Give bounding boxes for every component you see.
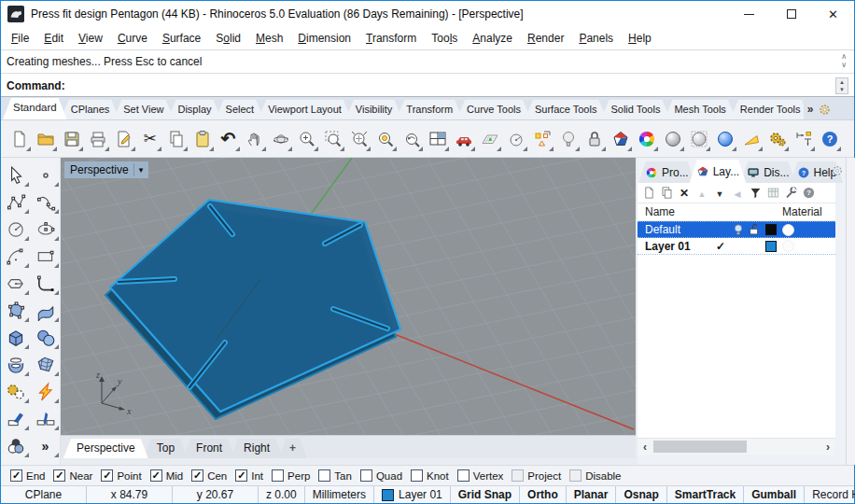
status-pane[interactable]: Grid Snap [451,486,520,503]
toolbar-button[interactable]: ✂ [138,125,161,153]
close-button[interactable]: ✕ [812,1,854,27]
layer-material-icon[interactable] [782,240,794,252]
layer-color-swatch[interactable] [765,241,777,252]
viewport-perspective[interactable]: z y x Perspective ▾ [61,158,636,435]
sidebar-tool[interactable]: » [32,433,59,459]
menu-item[interactable]: Surface [155,29,208,48]
toolbar-button[interactable] [112,125,135,153]
layer-lock-icon[interactable] [748,223,761,236]
sidebar-tool[interactable] [32,298,59,324]
osnap-option[interactable]: ✓ Vertex [457,469,504,482]
osnap-option[interactable]: ✓ Mid [150,469,184,482]
toolbar-tab[interactable]: Curve Tools [456,100,531,119]
osnap-option[interactable]: ✓ Cen [191,469,227,482]
checkbox[interactable]: ✓ [101,469,113,482]
viewport-tab[interactable]: Right [231,439,283,458]
toolbar-button[interactable] [582,125,606,153]
checkbox[interactable]: ✓ [512,469,524,482]
menu-item[interactable]: Analyze [465,29,520,48]
column-name[interactable]: Name [645,205,675,218]
toolbar-tab[interactable]: Set View [113,100,174,119]
tab-overflow-button[interactable]: » [807,103,814,116]
layers-toolbar-button[interactable] [764,184,781,202]
viewport-title[interactable]: Perspective ▾ [64,161,148,178]
osnap-option[interactable]: ✓ Int [235,469,263,482]
toolbar-tab[interactable]: Solid Tools [600,100,670,119]
layer-material-icon[interactable] [782,224,794,236]
layers-toolbar-button[interactable]: ▲ [694,184,710,202]
toolbar-button[interactable] [765,125,789,153]
status-pane[interactable]: Gumball [744,486,805,503]
toolbar-button[interactable] [7,125,31,153]
menu-item[interactable]: Dimension [290,29,358,48]
layer-row[interactable]: Layer 01 ✓ [638,238,835,255]
status-pane[interactable]: SmartTrack [667,486,744,503]
menu-item[interactable]: File [4,29,36,48]
menu-item[interactable]: Mesh [248,29,290,48]
command-history-scrollbar[interactable]: ∧∨ [841,53,848,70]
status-pane[interactable]: z 0.00 [259,486,305,503]
layers-toolbar-button[interactable]: ✕ [676,184,693,202]
toolbar-button[interactable] [713,125,736,153]
toolbar-button[interactable] [739,125,763,153]
toolbar-button[interactable] [86,125,109,153]
menu-item[interactable]: View [71,29,110,48]
toolbar-button[interactable] [530,125,554,153]
toolbar-button[interactable] [190,125,214,153]
layers-toolbar-button[interactable] [640,184,657,202]
toolbar-tab[interactable]: CPlanes [61,100,120,119]
panel-tab[interactable]: Dis... [740,161,795,183]
checkbox[interactable]: ✓ [457,469,470,482]
checkbox[interactable]: ✓ [411,469,423,482]
layer-name[interactable]: Layer 01 [638,240,691,253]
layers-toolbar-button[interactable] [747,184,764,202]
toolbar-tab[interactable]: Display [167,100,221,119]
sidebar-tool[interactable] [32,271,59,297]
toolbar-tab[interactable]: Surface Tools [525,100,607,119]
toolbar-tab[interactable]: Mesh Tools [664,100,736,119]
toolbar-tab[interactable]: Select [216,100,265,119]
checkbox[interactable]: ✓ [53,469,65,482]
osnap-option[interactable]: ✓ End [10,469,45,482]
checkbox[interactable]: ✓ [360,469,372,482]
sidebar-tool[interactable] [32,352,59,378]
layers-toolbar-button[interactable]: ◀ [729,184,746,202]
viewport-tab[interactable]: Perspective [63,439,148,458]
command-input[interactable]: Command: ▲▼ [1,74,854,97]
maximize-button[interactable] [770,1,812,27]
sidebar-tool[interactable] [2,298,29,324]
sidebar-tool[interactable] [32,379,59,405]
layer-row[interactable]: Default ✓ [638,221,835,238]
layer-visibility-bulb-icon[interactable] [732,223,745,236]
status-pane[interactable]: Osnap [616,486,666,503]
scrollbar-thumb[interactable] [653,441,747,453]
viewport-tab[interactable]: Front [183,439,235,458]
menu-item[interactable]: Tools [424,29,465,48]
status-pane[interactable]: y 20.67 [173,486,259,503]
scroll-left-icon[interactable]: ‹ [638,441,652,454]
sidebar-tool[interactable] [2,379,29,405]
toolbar-button[interactable] [347,125,371,153]
sidebar-tool[interactable] [32,406,59,432]
toolbar-button[interactable] [373,125,397,153]
sidebar-tool[interactable] [32,162,59,189]
sidebar-tool[interactable] [2,271,29,297]
viewport-menu-caret-icon[interactable]: ▾ [139,165,144,175]
sidebar-tool[interactable] [2,352,29,378]
osnap-option[interactable]: ✓ Near [53,469,92,482]
toolbar-button[interactable] [661,125,684,153]
toolbar-button[interactable] [60,125,83,153]
toolbar-button[interactable]: ↶ [217,125,240,153]
current-layer-check-icon[interactable]: ✓ [716,240,725,253]
checkbox[interactable]: ✓ [318,469,330,482]
spin-up-icon[interactable]: ▲ [836,78,848,86]
status-pane[interactable]: CPlane [1,486,87,503]
toolbar-button[interactable] [609,125,632,153]
status-pane[interactable]: Ortho [520,486,567,503]
scroll-right-icon[interactable]: › [820,441,835,454]
osnap-option[interactable]: ✓ Tan [318,469,352,482]
toolbar-tab[interactable]: Standard [3,98,67,119]
panel-tab[interactable]: Pro... [638,161,695,183]
toolbar-button[interactable]: ? [818,125,841,153]
toolbar-button[interactable] [399,125,423,153]
